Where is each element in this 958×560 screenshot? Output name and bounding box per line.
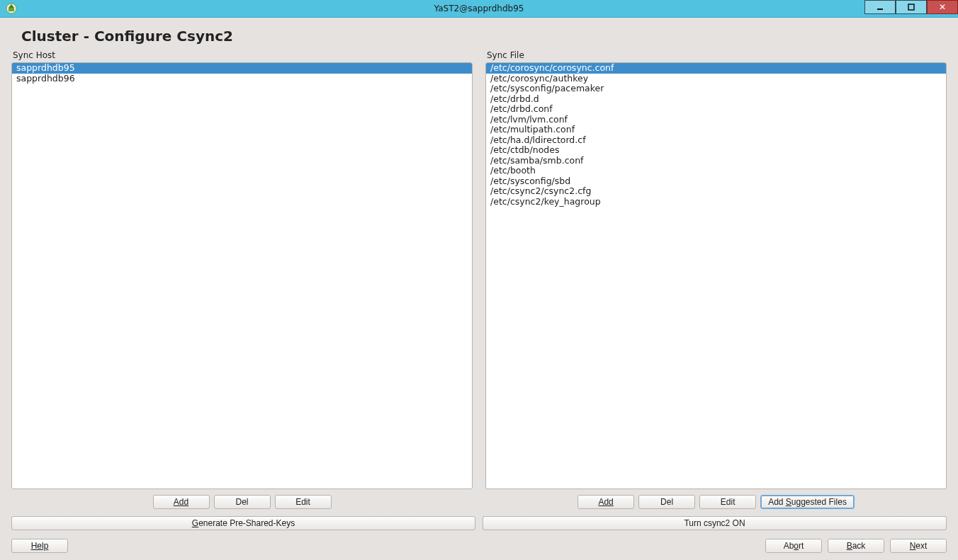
list-item[interactable]: /etc/csync2/csync2.cfg — [486, 186, 946, 197]
list-item[interactable]: /etc/drbd.conf — [486, 104, 946, 115]
list-item[interactable]: /etc/samba/smb.conf — [486, 156, 946, 166]
maximize-button[interactable] — [896, 0, 927, 14]
page-title: Cluster - Configure Csync2 — [0, 18, 958, 50]
host-add-button[interactable]: Add — [153, 495, 210, 509]
list-item[interactable]: sapprdhdb96 — [12, 74, 472, 84]
close-button[interactable]: ✕ — [927, 0, 958, 14]
sync-file-buttons: Add Del Edit Add Suggested Files — [485, 489, 947, 513]
list-item[interactable]: /etc/drbd.d — [486, 94, 946, 105]
svg-rect-4 — [908, 4, 914, 10]
list-item[interactable]: /etc/sysconfig/pacemaker — [486, 84, 946, 94]
list-item[interactable]: /etc/ctdb/nodes — [486, 145, 946, 156]
abort-button[interactable]: Abort — [765, 539, 822, 553]
next-button[interactable]: Next — [890, 539, 947, 553]
sync-file-label: Sync File — [485, 50, 947, 62]
host-edit-button[interactable]: Edit — [275, 495, 332, 509]
list-item[interactable]: /etc/sysconfig/sbd — [486, 176, 946, 187]
sync-host-panel: Sync Host sapprdhdb95sapprdhdb96 Add Del… — [11, 50, 473, 513]
footer: Help Abort Back Next — [0, 533, 958, 560]
list-item[interactable]: /etc/csync2/key_hagroup — [486, 197, 946, 207]
back-button[interactable]: Back — [828, 539, 884, 553]
generate-keys-button[interactable]: Generate Pre-Shared-Keys — [11, 516, 475, 530]
add-suggested-files-button[interactable]: Add Suggested Files — [760, 495, 855, 509]
svg-rect-3 — [877, 8, 883, 10]
list-item[interactable]: /etc/corosync/authkey — [486, 74, 946, 84]
list-item[interactable]: /etc/corosync/corosync.conf — [486, 63, 946, 74]
titlebar: YaST2@sapprdhdb95 ✕ — [0, 0, 958, 17]
window-title: YaST2@sapprdhdb95 — [0, 4, 958, 13]
list-item[interactable]: /etc/ha.d/ldirectord.cf — [486, 135, 946, 146]
sync-host-label: Sync Host — [11, 50, 473, 62]
file-edit-button[interactable]: Edit — [699, 495, 756, 509]
list-item[interactable]: sapprdhdb95 — [12, 63, 472, 74]
list-item[interactable]: /etc/lvm/lvm.conf — [486, 115, 946, 125]
file-del-button[interactable]: Del — [638, 495, 695, 509]
sync-host-listbox[interactable]: sapprdhdb95sapprdhdb96 — [11, 62, 473, 489]
sync-file-panel: Sync File /etc/corosync/corosync.conf/et… — [485, 50, 947, 513]
help-button[interactable]: Help — [11, 539, 68, 553]
close-icon: ✕ — [939, 2, 946, 12]
host-del-button[interactable]: Del — [214, 495, 271, 509]
turn-csync2-on-button[interactable]: Turn csync2 ON — [483, 516, 947, 530]
sync-file-listbox[interactable]: /etc/corosync/corosync.conf/etc/corosync… — [485, 62, 947, 489]
window-controls: ✕ — [864, 0, 958, 14]
panels-row: Sync Host sapprdhdb95sapprdhdb96 Add Del… — [0, 50, 958, 513]
wide-buttons-row: Generate Pre-Shared-Keys Turn csync2 ON — [0, 513, 958, 533]
file-add-button[interactable]: Add — [577, 495, 634, 509]
list-item[interactable]: /etc/booth — [486, 166, 946, 176]
sync-host-buttons: Add Del Edit — [11, 489, 473, 513]
list-item[interactable]: /etc/multipath.conf — [486, 125, 946, 135]
content-area: Cluster - Configure Csync2 Sync Host sap… — [0, 17, 958, 560]
minimize-button[interactable] — [864, 0, 896, 14]
